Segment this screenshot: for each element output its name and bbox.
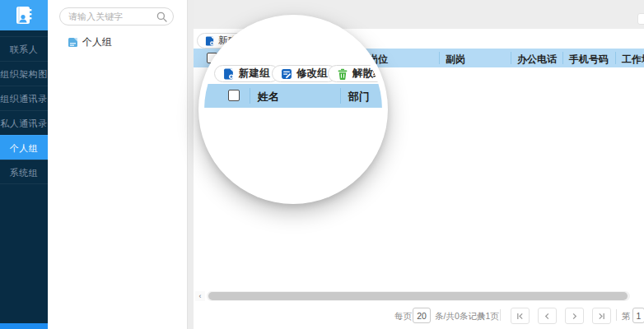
column-header-work-location: 工作地 [622,53,644,67]
app-logo[interactable] [0,0,48,30]
search-input[interactable] [68,9,155,24]
column-header-deputy: 副岗 [446,53,465,67]
column-divider [439,52,440,64]
pagination-divider [500,309,501,321]
pagination-divider [616,309,617,321]
prev-page-button[interactable] [538,308,557,324]
new-group-icon [223,68,235,80]
scrollbar-left-arrow[interactable]: ‹ [195,291,205,301]
next-page-button[interactable] [565,308,584,324]
sidebar-item-private-directory[interactable]: 私人通讯录 [0,110,48,135]
first-page-button[interactable] [511,308,530,324]
column-header-office-phone: 办公电话 [517,53,557,67]
sidebar: 联系人 组织架构图 组织通讯录 私人通讯录 个人组 系统组 [0,0,48,329]
chevron-left-icon [544,313,551,320]
trash-icon [337,68,348,80]
magnifier-content: 新建组 修改组 解散组 [204,21,382,198]
magnified-dissolve-group-button[interactable]: 解散组 [328,65,382,82]
top-bar-partial-control[interactable] [637,13,644,25]
new-group-icon [205,36,215,46]
address-book-icon [13,5,35,26]
chevron-right-icon [571,313,578,320]
first-page-icon [516,313,524,320]
magnified-new-group-button[interactable]: 新建组 [214,65,279,82]
sidebar-item-org-chart[interactable]: 组织架构图 [0,61,48,86]
search-icon[interactable] [156,12,167,22]
column-divider [562,52,563,64]
sidebar-item-personal-group[interactable]: 个人组 [0,135,48,160]
column-header-mobile: 手机号码 [569,53,609,67]
column-divider [615,52,616,64]
magnifier-glass: 新建组 修改组 解散组 [198,15,388,204]
page-prefix-label: 第 [622,311,631,322]
per-page-label: 每页 [394,311,412,322]
magnified-column-header-department: 部门 [348,90,370,104]
column-divider [250,88,250,104]
sidebar-item-system-group[interactable]: 系统组 [0,160,48,184]
sidebar-item-org-directory[interactable]: 组织通讯录 [0,86,48,110]
last-page-button[interactable] [592,308,611,324]
magnified-edit-group-button[interactable]: 修改组 [272,65,337,82]
magnified-table-header: 姓名 部门 [204,84,382,108]
sidebar-footer-bar [0,323,48,329]
sidebar-nav: 联系人 组织架构图 组织通讯录 私人通讯录 个人组 系统组 [0,36,48,184]
magnified-new-group-label: 新建组 [239,67,270,81]
column-divider [340,88,341,104]
pagination-bar: 每页 条/共0条记录 共1页 [194,306,644,326]
search-box [59,7,174,25]
magnified-select-all-checkbox[interactable] [228,90,240,101]
tree-item-label: 个人组 [82,35,112,49]
column-divider [511,52,511,64]
scrollbar-track[interactable] [207,291,630,301]
tree-panel: 个人组 [48,0,188,329]
tree-item-personal-group[interactable]: 个人组 [68,35,112,49]
magnified-column-header-name: 姓名 [258,90,279,104]
scrollbar-thumb[interactable] [208,292,628,300]
magnified-edit-group-label: 修改组 [296,67,328,81]
current-page-input[interactable] [632,308,644,323]
horizontal-scrollbar: ‹ [195,291,630,301]
last-page-icon [598,313,605,320]
magnified-dissolve-group-label: 解散组 [352,67,382,81]
total-pages-label: 共1页 [477,311,499,322]
sidebar-item-contacts[interactable]: 联系人 [0,36,48,61]
group-node-icon [68,37,78,48]
app-window: 联系人 组织架构图 组织通讯录 私人通讯录 个人组 系统组 个人组 [0,0,644,329]
edit-group-icon [281,68,292,80]
page-size-input[interactable] [413,308,431,323]
